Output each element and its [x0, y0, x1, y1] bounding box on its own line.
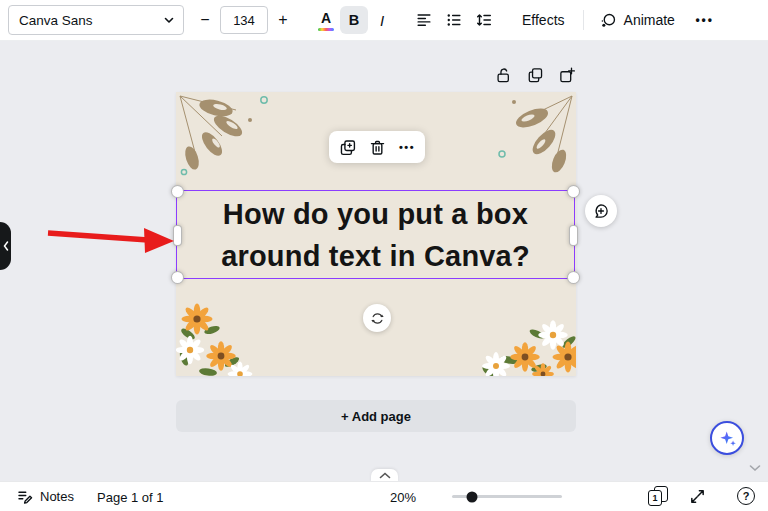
red-pointer-arrow	[44, 224, 176, 258]
lock-icon	[494, 66, 512, 84]
notes-label: Notes	[40, 489, 74, 504]
text-color-letter: A	[321, 10, 331, 26]
page-count-badge: 1	[648, 490, 662, 506]
question-mark: ?	[743, 490, 750, 502]
element-more-button[interactable]: •••	[393, 134, 421, 160]
status-bar: Notes Page 1 of 1 20% 1 ?	[0, 481, 768, 511]
lock-button[interactable]	[494, 66, 512, 84]
chevron-down-small-icon	[749, 464, 761, 472]
duplicate-icon	[526, 66, 544, 84]
flower-decoration-bottom-right	[481, 320, 576, 376]
resize-handle-bottom-right[interactable]	[567, 271, 580, 284]
comment-plus-icon	[592, 202, 610, 220]
resize-handle-right[interactable]	[569, 225, 578, 246]
duplicate-page-button[interactable]	[526, 66, 544, 84]
trash-icon	[368, 138, 387, 157]
element-floating-toolbar: •••	[329, 131, 425, 163]
notes-button[interactable]: Notes	[16, 482, 74, 511]
font-size-increase-button[interactable]: +	[270, 6, 296, 34]
font-size-input[interactable]	[220, 6, 268, 34]
chevron-down-icon	[163, 14, 175, 26]
expand-icon	[689, 488, 706, 505]
chevron-left-icon	[3, 241, 9, 251]
bullet-list-button[interactable]	[440, 6, 468, 34]
italic-button[interactable]: I	[368, 6, 396, 34]
spacing-button[interactable]	[470, 6, 498, 34]
animate-icon	[600, 12, 617, 29]
zoom-slider-knob[interactable]	[467, 491, 478, 502]
text-align-button[interactable]	[410, 6, 438, 34]
chevron-up-icon	[379, 472, 391, 479]
add-comment-button[interactable]	[585, 195, 617, 227]
grid-view-button[interactable]: 1	[648, 486, 668, 506]
side-panel-toggle[interactable]	[0, 222, 11, 270]
font-selector-value: Canva Sans	[19, 13, 93, 28]
add-page-icon	[558, 66, 576, 84]
font-selector[interactable]: Canva Sans	[8, 5, 184, 35]
page-indicator: Page 1 of 1	[97, 489, 164, 504]
flower-decoration-bottom-left	[176, 292, 256, 376]
notes-icon	[16, 488, 33, 505]
line-spacing-icon	[475, 11, 493, 29]
canva-editor: Canva Sans − + A B I	[0, 0, 768, 511]
bold-button[interactable]: B	[340, 6, 368, 34]
text-selection-box[interactable]: How do you put a box around text in Canv…	[176, 190, 575, 279]
delete-element-button[interactable]	[363, 134, 391, 160]
toolbar-divider	[583, 10, 584, 30]
toolbar-more-button[interactable]: •••	[689, 6, 720, 34]
text-element[interactable]: How do you put a box around text in Canv…	[177, 191, 574, 278]
text-color-button[interactable]: A	[312, 6, 340, 34]
duplicate-plus-icon	[338, 138, 357, 157]
animate-button[interactable]: Animate	[592, 6, 683, 34]
heading-line-1: How do you put a box	[223, 193, 528, 235]
bullet-list-icon	[445, 11, 463, 29]
font-size-decrease-button[interactable]: −	[192, 6, 218, 34]
help-button[interactable]: ?	[737, 487, 755, 505]
floral-decoration-top-left	[176, 92, 316, 187]
resize-handle-bottom-left[interactable]	[171, 271, 184, 284]
floral-decoration-top-right	[456, 92, 576, 187]
heading-line-2: around text in Canva?	[221, 235, 530, 277]
text-align-icon	[415, 11, 433, 29]
sparkle-icon	[718, 429, 737, 448]
text-toolbar: Canva Sans − + A B I	[0, 0, 768, 41]
zoom-level[interactable]: 20%	[390, 489, 416, 504]
editor-canvas[interactable]: ••• How do you put a box around text in …	[0, 40, 768, 482]
magic-assistant-button[interactable]	[710, 421, 744, 455]
add-page-button[interactable]: + Add page	[176, 400, 576, 432]
effects-button[interactable]: Effects	[512, 6, 575, 34]
animate-label: Animate	[624, 12, 675, 28]
page-actions	[494, 66, 576, 84]
rotate-handle[interactable]	[363, 304, 391, 332]
add-page-icon-button[interactable]	[558, 66, 576, 84]
resize-handle-top-right[interactable]	[567, 185, 580, 198]
scroll-down-button[interactable]	[749, 464, 761, 472]
rotate-icon	[370, 311, 385, 326]
fullscreen-button[interactable]	[689, 488, 706, 505]
zoom-slider[interactable]	[452, 495, 562, 498]
duplicate-element-button[interactable]	[333, 134, 361, 160]
resize-handle-left[interactable]	[173, 225, 182, 246]
resize-handle-top-left[interactable]	[171, 185, 184, 198]
text-color-rainbow-bar	[318, 28, 334, 31]
